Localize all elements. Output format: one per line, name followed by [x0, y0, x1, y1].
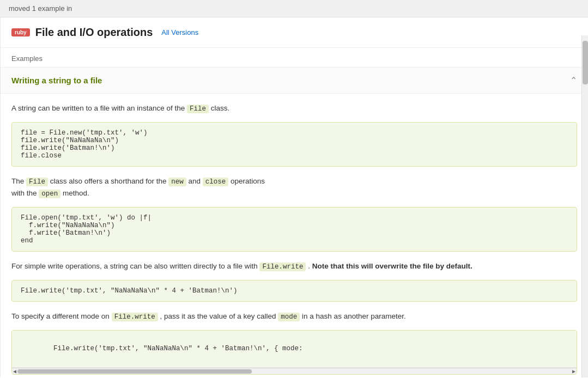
- scroll-left-icon[interactable]: ◀: [13, 368, 16, 375]
- page-header: ruby File and I/O operations All Version…: [1, 17, 588, 48]
- page-title: File and I/O operations: [35, 26, 153, 39]
- para4: To specify a different mode on File.writ…: [11, 310, 577, 322]
- ruby-badge: ruby: [11, 28, 30, 36]
- new-code: new: [168, 178, 186, 186]
- file-code-2: File: [26, 178, 48, 186]
- horizontal-scrollbar[interactable]: ◀ ▶: [12, 368, 577, 374]
- close-code: close: [203, 178, 229, 186]
- open-code: open: [39, 190, 60, 198]
- code-block-4: File.write('tmp.txt', "NaNaNaNa\n" * 4 +…: [11, 330, 577, 375]
- examples-label: Examples: [1, 48, 588, 68]
- code-block-1: file = File.new('tmp.txt', 'w') file.wri…: [11, 122, 577, 167]
- scrollbar-thumb[interactable]: [17, 369, 252, 374]
- file-class-code: File: [187, 105, 209, 113]
- collapse-icon[interactable]: ⌃: [570, 75, 577, 86]
- top-notification: moved 1 example in: [0, 0, 588, 17]
- section-title: Writing a string to a file: [11, 76, 102, 85]
- scroll-right-icon[interactable]: ▶: [572, 368, 575, 375]
- file-write-code: File.write: [259, 263, 306, 271]
- para3: For simple write operations, a string ca…: [11, 260, 577, 272]
- para1: A string can be written to a file with a…: [11, 102, 577, 114]
- vertical-scrollbar[interactable]: [581, 35, 588, 377]
- para2: The File class also offers a shorthand f…: [11, 175, 577, 199]
- file-write-code-2: File.write: [112, 313, 158, 321]
- code-block-3: File.write('tmp.txt', "NaNaNaNa\n" * 4 +…: [11, 280, 577, 302]
- mode-code: mode: [278, 313, 300, 321]
- content-body: A string can be written to a file with a…: [1, 94, 588, 377]
- vertical-scrollbar-thumb[interactable]: [583, 41, 588, 84]
- all-versions-link[interactable]: All Versions: [161, 28, 198, 36]
- section-header: Writing a string to a file ⌃: [1, 68, 588, 94]
- code-block-2: File.open('tmp.txt', 'w') do |f| f.write…: [11, 207, 577, 252]
